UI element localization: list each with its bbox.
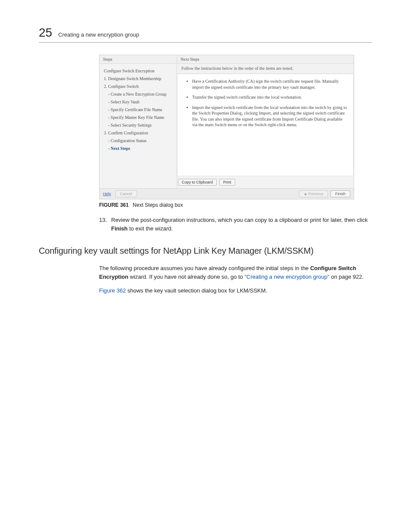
previous-button[interactable]: ◀Previous xyxy=(299,190,328,197)
print-button[interactable]: Print xyxy=(219,179,235,186)
figure-reference-link[interactable]: Figure 362 xyxy=(99,287,126,294)
body-paragraph: The following procedure assumes you have… xyxy=(99,264,372,281)
dialog-footer: Help Cancel ◀Previous Finish xyxy=(100,188,354,199)
step-subitem: - Specify Master Key File Name xyxy=(104,114,173,121)
paragraph-text: wizard. If you have not already done so,… xyxy=(128,274,245,280)
step-item: 1. Designate Switch Membership xyxy=(104,75,173,83)
next-step-bullet: Import the signed switch certificate fro… xyxy=(192,105,347,128)
section-heading: Configuring key vault settings for NetAp… xyxy=(39,246,372,256)
next-steps-content: Have a Certification Authority (CA) sign… xyxy=(177,74,354,176)
body-paragraph: Figure 362 shows the key vault selection… xyxy=(99,286,372,295)
next-steps-header: Next Steps xyxy=(177,55,354,64)
cross-reference-link[interactable]: "Creating a new encryption group" xyxy=(244,274,329,280)
paragraph-text: on page 922. xyxy=(330,274,364,280)
step-subitem: - Create a New Encryption Group xyxy=(104,90,173,98)
figure-text: Next Steps dialog box xyxy=(133,202,183,208)
next-steps-panel: Next Steps Follow the instructions below… xyxy=(177,55,354,188)
paragraph-text: The following procedure assumes you have… xyxy=(99,265,310,271)
paragraph-text: shows the key vault selection dialog box… xyxy=(126,287,267,294)
figure-caption: FIGURE 361 Next Steps dialog box xyxy=(99,202,372,208)
page-header: 25 Creating a new encryption group xyxy=(39,26,372,43)
steps-panel: Steps Configure Switch Encryption 1. Des… xyxy=(100,55,177,188)
cancel-button[interactable]: Cancel xyxy=(115,190,137,197)
ordered-step-13: 13. Review the post-configuration instru… xyxy=(99,216,372,233)
step-subitem: - Configuration Status xyxy=(104,137,173,145)
step-text: to exit the wizard. xyxy=(128,225,173,232)
help-link[interactable]: Help xyxy=(103,191,115,197)
next-steps-intro: Follow the instructions below in the ord… xyxy=(177,64,354,74)
copy-to-clipboard-button[interactable]: Copy to Clipboard xyxy=(178,179,217,186)
step-subitem: - Select Key Vault xyxy=(104,98,173,106)
chevron-left-icon: ◀ xyxy=(304,192,306,196)
finish-button[interactable]: Finish xyxy=(330,190,350,197)
next-step-bullet: Transfer the signed switch certificate i… xyxy=(192,94,347,100)
next-step-bullet: Have a Certification Authority (CA) sign… xyxy=(192,78,347,90)
step-item: Configure Switch Encryption xyxy=(104,67,173,75)
step-subitem: - Specify Certificate File Name xyxy=(104,106,173,114)
figure-label: FIGURE 361 xyxy=(99,202,129,208)
step-bold: Finish xyxy=(111,225,128,232)
previous-label: Previous xyxy=(308,192,323,196)
steps-header: Steps xyxy=(100,55,177,64)
next-steps-dialog: Steps Configure Switch Encryption 1. Des… xyxy=(99,55,354,199)
chapter-title: Creating a new encryption group xyxy=(58,31,139,38)
step-text: Review the post-configuration instructio… xyxy=(111,217,367,223)
step-item: 2. Configure Switch xyxy=(104,83,173,90)
step-subitem-current: - Next Steps xyxy=(104,145,173,152)
step-item: 3. Confirm Configuration xyxy=(104,129,173,137)
step-subitem: - Select Security Settings xyxy=(104,121,173,129)
chapter-number: 25 xyxy=(39,26,52,40)
step-number: 13. xyxy=(99,216,111,233)
